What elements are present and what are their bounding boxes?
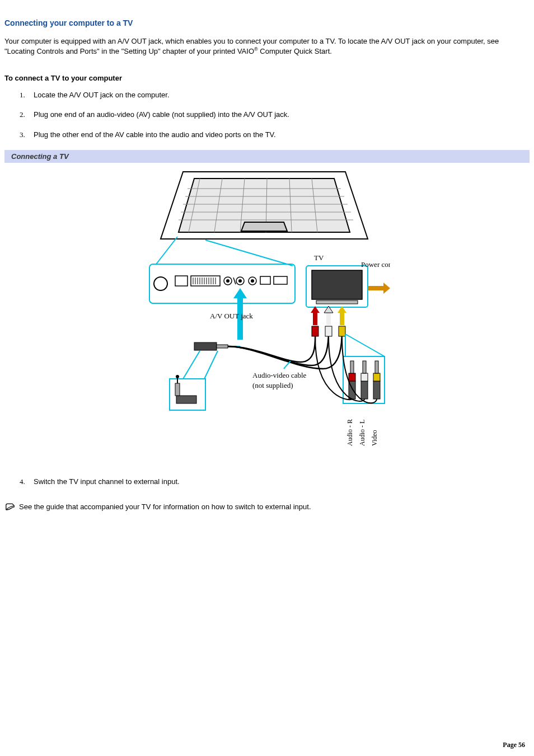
- svg-marker-13: [241, 222, 287, 231]
- svg-rect-53: [194, 342, 217, 350]
- label-cable-2: (not supplied): [252, 381, 293, 389]
- svg-rect-65: [339, 326, 345, 336]
- label-cable-1: Audio-video cable: [252, 371, 307, 379]
- svg-rect-64: [325, 326, 332, 336]
- page-number-value: 56: [518, 741, 525, 749]
- svg-marker-44: [383, 283, 390, 294]
- note-row: See the guide that accompanied your TV f…: [4, 502, 530, 512]
- registered-mark: ®: [254, 46, 258, 52]
- svg-rect-63: [312, 326, 318, 336]
- page-number: Page 56: [503, 740, 525, 749]
- label-video: Video: [371, 430, 378, 446]
- step-1: Locate the A/V OUT jack on the computer.: [27, 90, 530, 100]
- svg-rect-36: [260, 276, 270, 284]
- svg-rect-58: [175, 383, 180, 396]
- steps-list: Locate the A/V OUT jack on the computer.…: [27, 90, 530, 140]
- intro-text-2: Computer Quick Start.: [258, 48, 332, 56]
- document-page: Connecting your computer to a TV Your co…: [0, 0, 534, 756]
- svg-point-32: [238, 279, 242, 283]
- label-avout: A/V OUT jack: [210, 312, 253, 320]
- label-audio-r: Audio - R: [346, 419, 354, 446]
- svg-rect-54: [217, 345, 228, 348]
- steps-list-continued: Switch the TV input channel to external …: [27, 477, 530, 487]
- svg-line-38: [156, 237, 177, 264]
- svg-line-77: [345, 334, 385, 356]
- svg-rect-57: [176, 396, 196, 403]
- figure: TV Power cord A/V OUT j: [144, 166, 390, 460]
- svg-rect-71: [361, 373, 368, 381]
- intro-text-1: Your computer is equipped with an A/V OU…: [4, 37, 499, 56]
- svg-line-62: [204, 351, 218, 379]
- svg-rect-42: [316, 300, 358, 304]
- section-subhead: To connect a TV to your computer: [4, 73, 530, 83]
- step-2: Plug one end of an audio-video (AV) cabl…: [27, 110, 530, 120]
- svg-line-39: [205, 240, 293, 266]
- svg-point-15: [154, 277, 167, 290]
- step-4: Switch the TV input channel to external …: [27, 477, 530, 487]
- step-3: Plug the other end of the AV cable into …: [27, 130, 530, 140]
- svg-rect-68: [349, 373, 355, 381]
- svg-rect-14: [149, 264, 295, 303]
- label-powercord: Power cord: [361, 260, 390, 269]
- note-text: See the guide that accompanied your TV f…: [19, 502, 311, 512]
- svg-point-30: [226, 279, 229, 283]
- svg-rect-72: [363, 361, 366, 373]
- label-tv: TV: [314, 253, 324, 262]
- svg-rect-69: [350, 361, 354, 373]
- svg-point-34: [251, 279, 254, 283]
- svg-rect-70: [361, 381, 368, 399]
- figure-container: TV Power cord A/V OUT j: [4, 166, 530, 460]
- svg-rect-73: [373, 381, 380, 399]
- svg-point-60: [176, 375, 179, 378]
- page-number-label: Page: [503, 741, 518, 749]
- connection-diagram: TV Power cord A/V OUT j: [144, 166, 390, 457]
- svg-line-61: [183, 351, 200, 379]
- intro-paragraph: Your computer is equipped with an A/V OU…: [4, 36, 530, 57]
- svg-rect-37: [274, 276, 287, 284]
- svg-rect-41: [312, 270, 362, 299]
- svg-rect-75: [375, 361, 378, 373]
- label-audio-l: Audio - L: [358, 420, 366, 446]
- svg-rect-74: [373, 373, 380, 381]
- note-icon: [4, 503, 16, 511]
- page-title: Connecting your computer to a TV: [4, 18, 530, 29]
- svg-rect-16: [175, 276, 188, 286]
- figure-caption: Connecting a TV: [4, 150, 530, 163]
